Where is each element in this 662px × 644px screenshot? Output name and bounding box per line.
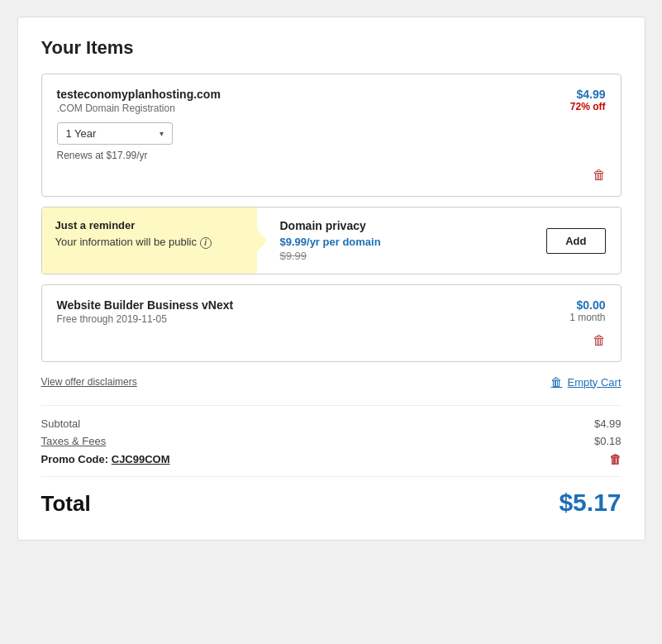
wb-delete-button[interactable]: 🗑 <box>57 333 606 348</box>
cart-container: Your Items testeconomyplanhosting.com .C… <box>17 17 645 541</box>
renews-text: Renews at $17.99/yr <box>57 150 606 161</box>
wb-duration: 1 month <box>569 312 605 323</box>
wb-name: Website Builder Business vNext <box>57 298 234 312</box>
reminder-text: Your information will be public i <box>55 235 244 250</box>
dropdown-arrow-icon: ▾ <box>160 129 164 138</box>
cart-icon: 🗑 <box>550 375 562 389</box>
domain-name: testeconomyplanhosting.com <box>57 88 221 101</box>
privacy-price-new: $9.99/yr per domain <box>280 236 381 248</box>
promo-label: Promo Code: CJC99COM <box>41 453 170 465</box>
domain-info: testeconomyplanhosting.com .COM Domain R… <box>57 88 221 114</box>
wb-header: Website Builder Business vNext Free thro… <box>57 298 606 325</box>
website-builder-card: Website Builder Business vNext Free thro… <box>41 284 622 362</box>
wb-price-area: $0.00 1 month <box>569 298 605 323</box>
promo-code: CJC99COM <box>112 453 170 465</box>
wb-info: Website Builder Business vNext Free thro… <box>57 298 234 325</box>
domain-discount: 72% off <box>570 101 606 112</box>
add-privacy-button[interactable]: Add <box>546 228 605 254</box>
taxes-label[interactable]: Taxes & Fees <box>41 435 107 447</box>
duration-value: 1 Year <box>66 127 97 140</box>
domain-card-header: testeconomyplanhosting.com .COM Domain R… <box>57 88 606 114</box>
page-title: Your Items <box>41 37 622 59</box>
grand-total-row: Total $5.17 <box>41 476 622 517</box>
subtotal-row: Subtotal $4.99 <box>41 417 622 430</box>
privacy-info: Domain privacy $9.99/yr per domain $9.99 <box>280 219 381 262</box>
reminder-privacy-row: Just a reminder Your information will be… <box>41 207 622 274</box>
subtotal-value: $4.99 <box>594 417 622 430</box>
taxes-row: Taxes & Fees $0.18 <box>41 435 622 447</box>
domain-price-area: $4.99 72% off <box>570 88 606 112</box>
domain-price: $4.99 <box>570 88 606 101</box>
footer-row: View offer disclaimers 🗑 Empty Cart <box>41 375 622 389</box>
taxes-value: $0.18 <box>594 435 622 447</box>
grand-total-label: Total <box>41 491 91 517</box>
view-disclaimer-link[interactable]: View offer disclaimers <box>41 376 137 388</box>
promo-row: Promo Code: CJC99COM 🗑 <box>41 452 622 466</box>
empty-cart-button[interactable]: 🗑 Empty Cart <box>550 375 621 389</box>
privacy-area: Domain privacy $9.99/yr per domain $9.99… <box>257 208 621 274</box>
subtotal-label: Subtotal <box>41 417 81 430</box>
empty-cart-label: Empty Cart <box>567 376 621 389</box>
domain-delete-button[interactable]: 🗑 <box>57 168 606 183</box>
grand-total-value: $5.17 <box>559 489 621 517</box>
wb-price: $0.00 <box>569 298 605 312</box>
domain-type: .COM Domain Registration <box>57 103 221 114</box>
reminder-title: Just a reminder <box>55 219 244 231</box>
duration-select[interactable]: 1 Year ▾ <box>57 122 173 145</box>
promo-delete-button[interactable]: 🗑 <box>609 452 622 466</box>
totals-section: Subtotal $4.99 Taxes & Fees $0.18 Promo … <box>41 405 622 517</box>
reminder-box: Just a reminder Your information will be… <box>42 208 257 274</box>
privacy-price-old: $9.99 <box>280 250 381 262</box>
info-icon[interactable]: i <box>200 237 212 249</box>
wb-subtitle: Free through 2019-11-05 <box>57 313 234 325</box>
domain-card: testeconomyplanhosting.com .COM Domain R… <box>41 74 622 197</box>
privacy-title: Domain privacy <box>280 219 381 232</box>
